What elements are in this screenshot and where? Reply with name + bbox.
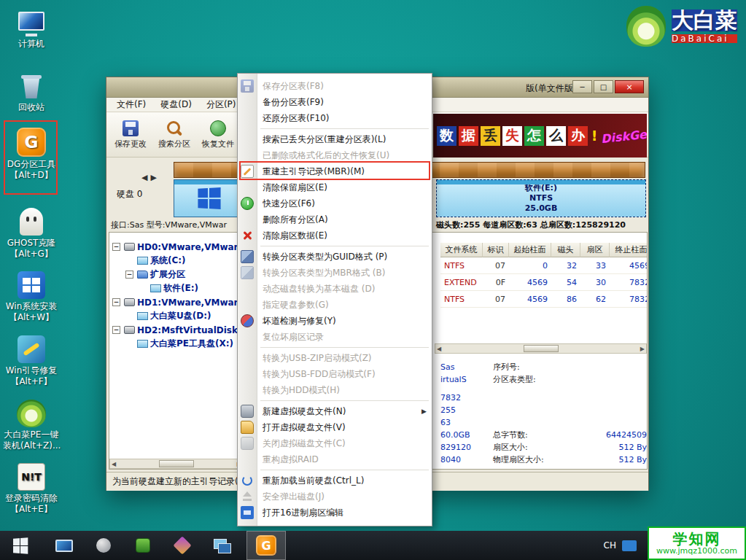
menu-item-open-virtual-disk[interactable]: 打开虚拟硬盘文件(V) bbox=[238, 419, 432, 435]
tree-horizontal-scrollbar[interactable]: ◀ ▶ bbox=[109, 459, 244, 469]
scroll-thumb[interactable] bbox=[524, 345, 559, 352]
menu-separator bbox=[238, 398, 432, 403]
gem-icon bbox=[173, 536, 191, 554]
collapse-toggle-icon[interactable]: − bbox=[112, 326, 120, 334]
menu-item-quick-partition[interactable]: 快速分区(F6) bbox=[238, 195, 432, 211]
tree-item-extended-partition[interactable]: − 扩展分区 bbox=[109, 268, 244, 281]
language-indicator[interactable]: CH bbox=[604, 540, 616, 551]
table-cell[interactable]: 07 bbox=[483, 291, 509, 308]
table-cell[interactable]: 4569 bbox=[509, 274, 551, 291]
open-disk-icon bbox=[241, 421, 254, 434]
menu-item-reset-bad-sector-records: 复位坏扇区记录 bbox=[238, 329, 432, 345]
tree-item-hd1[interactable]: − HD1:VMware,VMwareVi bbox=[109, 295, 244, 309]
taskbar-app-windows[interactable] bbox=[207, 531, 236, 560]
table-cell[interactable]: 7832 bbox=[610, 291, 648, 308]
menu-separator bbox=[238, 244, 432, 249]
taskbar-app-utility[interactable] bbox=[168, 531, 197, 560]
table-cell[interactable]: NTFS bbox=[440, 291, 483, 308]
watermark-url: www.jmqz1000.com bbox=[656, 547, 737, 556]
desktop-icon-dabaicai-pe[interactable]: 大白菜PE一键 装机(Alt+Z)... bbox=[3, 397, 60, 451]
minimize-button[interactable]: ─ bbox=[572, 80, 592, 93]
edit-icon bbox=[241, 165, 254, 178]
table-cell[interactable]: 4569 bbox=[610, 257, 648, 274]
table-cell[interactable]: 62 bbox=[580, 291, 610, 308]
diskgenius-brand: DiskGeni bbox=[600, 125, 647, 145]
taskbar-app-hardware[interactable] bbox=[128, 531, 158, 560]
tree-item-hd0[interactable]: − HD0:VMware,VMwareVi bbox=[109, 240, 244, 254]
maximize-button[interactable]: □ bbox=[594, 80, 613, 93]
close-button[interactable]: × bbox=[615, 80, 644, 93]
table-cell[interactable]: 0 bbox=[509, 257, 551, 274]
computer-icon bbox=[17, 12, 46, 36]
menu-item-clear-sector-data[interactable]: 清除扇区数据(E) bbox=[238, 228, 432, 244]
taskbar-app-diskgenius-active[interactable]: G bbox=[246, 531, 286, 560]
menu-item-search-lost-partitions[interactable]: 搜索已丢失分区(重建分区表)(L) bbox=[238, 131, 432, 147]
menu-item-convert-to-guid[interactable]: 转换分区表类型为GUID格式 (P) bbox=[238, 249, 432, 265]
scroll-thumb[interactable] bbox=[159, 460, 194, 467]
recover-files-button[interactable]: 恢复文件 bbox=[197, 115, 239, 155]
collapse-toggle-icon[interactable]: − bbox=[112, 298, 120, 306]
desktop-icon-dg-partition-tool[interactable]: G DG分区工具 【Alt+D】 bbox=[3, 126, 60, 181]
taskbar-app-tools[interactable] bbox=[89, 531, 118, 560]
table-cell[interactable]: 86 bbox=[551, 291, 580, 308]
tree-item-system-c[interactable]: 系统(C:) bbox=[109, 254, 244, 268]
start-button[interactable] bbox=[0, 531, 39, 560]
next-disk-arrow[interactable]: ▶ bbox=[150, 173, 156, 182]
partition-box-software-e[interactable]: 软件(E:) NTFS 25.0GB bbox=[436, 179, 646, 217]
desktop-icon-win-install[interactable]: Win系统安装 【Alt+W】 bbox=[3, 268, 60, 323]
taskbar-app-computer[interactable] bbox=[50, 531, 79, 560]
tree-item-dabaicai-usb-d[interactable]: 大白菜U盘(D:) bbox=[109, 309, 244, 323]
search-partition-button[interactable]: 搜索分区 bbox=[153, 115, 195, 155]
partition-table: 文件系统 标识 起始柱面 磁头 扇区 终止柱面 NTFS 07 0 32 33 … bbox=[440, 243, 648, 308]
collapse-toggle-icon[interactable]: − bbox=[125, 271, 133, 279]
save-changes-button[interactable]: 保存更改 bbox=[109, 115, 152, 155]
keyboard-icon[interactable] bbox=[622, 540, 637, 551]
repair-icon bbox=[241, 314, 254, 327]
desktop-icon-computer[interactable]: 计算机 bbox=[3, 6, 60, 50]
menu-item-reload-current-disk[interactable]: 重新加载当前硬盘(Ctrl_L) bbox=[238, 472, 432, 489]
table-cell[interactable]: NTFS bbox=[440, 257, 483, 274]
diskgenius-icon: G bbox=[256, 535, 276, 556]
col-header-end-cylinder: 终止柱面 bbox=[610, 243, 648, 257]
menu-item-bad-track-check-repair[interactable]: 坏道检测与修复(Y) bbox=[238, 313, 432, 329]
tree-item-hd2[interactable]: − HD2:MsftVirtualDisk bbox=[109, 323, 244, 337]
scroll-left-arrow[interactable]: ◀ bbox=[112, 461, 116, 467]
tree-item-software-e[interactable]: 软件(E:) bbox=[109, 281, 244, 295]
menu-item-backup-partition-table[interactable]: 备份分区表(F9) bbox=[238, 94, 432, 110]
table-cell[interactable]: 0F bbox=[483, 274, 509, 291]
table-cell[interactable]: 7832 bbox=[610, 274, 648, 291]
menu-item-delete-all-partitions[interactable]: 删除所有分区(A) bbox=[238, 211, 432, 228]
scroll-left-arrow[interactable]: ◀ bbox=[437, 346, 441, 352]
red-x-icon bbox=[241, 229, 254, 242]
table-cell[interactable]: EXTEND bbox=[440, 274, 483, 291]
desktop-icon-password-clear[interactable]: N!T 登录密码清除 【Alt+E】 bbox=[3, 460, 60, 515]
desktop-icon-ghost-clone[interactable]: GHOST克隆 【Alt+G】 bbox=[3, 205, 60, 260]
menu-item-restore-partition-table[interactable]: 还原分区表(F10) bbox=[238, 110, 432, 126]
menu-disk[interactable]: 硬盘(D) bbox=[153, 97, 199, 112]
virtual-disk-icon bbox=[241, 405, 254, 418]
menu-item-hex-sector-editor[interactable]: 打开16进制扇区编辑 bbox=[238, 505, 432, 521]
scroll-right-arrow[interactable]: ▶ bbox=[640, 346, 645, 352]
gear-icon bbox=[96, 538, 111, 553]
partition-box-system[interactable] bbox=[174, 179, 244, 217]
menu-item-new-virtual-disk[interactable]: 新建虚拟硬盘文件(N)▶ bbox=[238, 403, 432, 419]
menu-item-clear-reserved-sectors[interactable]: 清除保留扇区(E) bbox=[238, 179, 432, 195]
tree-item-pe-tools-x[interactable]: 大白菜PE工具盘(X:) bbox=[109, 337, 244, 351]
table-horizontal-scrollbar[interactable]: ◀ ▶ bbox=[435, 343, 647, 354]
collapse-toggle-icon[interactable]: − bbox=[112, 243, 120, 251]
prev-disk-arrow[interactable]: ◀ bbox=[141, 173, 147, 182]
col-header-head: 磁头 bbox=[551, 243, 580, 257]
table-cell[interactable]: 4569 bbox=[509, 291, 551, 308]
menu-item-rebuild-mbr[interactable]: 重建主引导记录(MBR)(M) bbox=[238, 163, 432, 179]
table-cell[interactable]: 32 bbox=[551, 257, 580, 274]
table-cell[interactable]: 30 bbox=[580, 274, 610, 291]
menu-file[interactable]: 文件(F) bbox=[109, 97, 153, 112]
table-cell[interactable]: 33 bbox=[580, 257, 610, 274]
desktop-icon-recycle-bin[interactable]: 回收站 bbox=[3, 69, 60, 113]
table-cell[interactable]: 54 bbox=[551, 274, 580, 291]
table-cell[interactable]: 07 bbox=[483, 257, 509, 274]
desktop-icon-win-boot-repair[interactable]: Win引导修复 【Alt+F】 bbox=[3, 332, 60, 387]
hex-editor-icon bbox=[241, 506, 254, 519]
search-icon bbox=[166, 120, 182, 136]
windows-install-icon bbox=[18, 271, 45, 299]
